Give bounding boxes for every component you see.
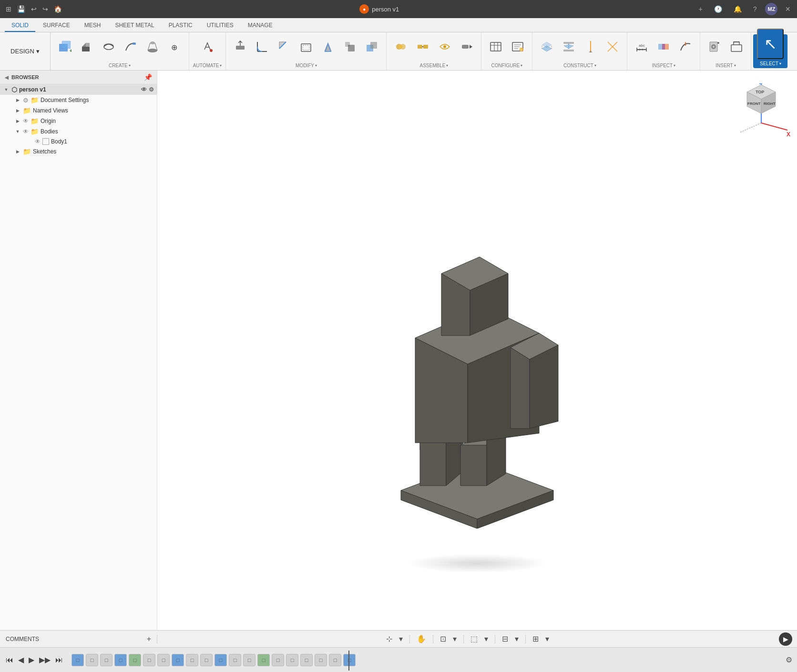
timeline-prev-btn[interactable]: ◀ <box>17 654 25 665</box>
create-new-body-btn[interactable]: + <box>54 35 75 60</box>
configure-rules-btn[interactable]: ! <box>507 35 528 60</box>
redo-btn[interactable]: ↪ <box>41 4 49 14</box>
construct-offset-plane-btn[interactable] <box>536 35 557 60</box>
create-sweep-btn[interactable] <box>120 35 141 60</box>
grid-display-btn[interactable]: ⊹ <box>384 633 394 644</box>
assemble-rigid-btn[interactable] <box>412 35 433 60</box>
timeline-item-1[interactable]: □ <box>72 654 84 666</box>
close-btn[interactable]: × <box>783 4 792 14</box>
bell-btn[interactable]: 🔔 <box>731 4 745 14</box>
help-btn[interactable]: ? <box>750 4 760 14</box>
create-revolve-btn[interactable] <box>98 35 119 60</box>
create-extrude-btn[interactable] <box>76 35 97 60</box>
modify-combine-btn[interactable] <box>361 35 382 60</box>
grid-menu-btn[interactable]: ⊞ <box>5 4 12 14</box>
timeline-start-btn[interactable]: ⏮ <box>5 655 14 665</box>
modify-scale-btn[interactable] <box>339 35 360 60</box>
tree-item-body1[interactable]: ▶ 👁 Body1 <box>0 137 157 146</box>
insert-derive-btn[interactable] <box>726 35 747 60</box>
timeline-item-3[interactable]: □ <box>100 654 112 666</box>
clock-btn[interactable]: 🕐 <box>711 4 725 14</box>
bodies-eye-icon[interactable]: 👁 <box>23 128 29 135</box>
origin-arrow[interactable]: ▶ <box>14 119 21 123</box>
home-btn[interactable]: 🏠 <box>53 4 63 14</box>
environment-btn[interactable]: ⊟ <box>500 633 510 644</box>
zoom-fit-btn[interactable]: ⊡ <box>438 633 448 644</box>
timeline-item-10[interactable]: □ <box>200 654 213 666</box>
construct-axis-btn[interactable] <box>580 35 601 60</box>
modify-draft-btn[interactable] <box>317 35 338 60</box>
tree-root-item[interactable]: ▼ ⬡ person v1 👁 ⚙ <box>0 84 157 95</box>
tree-item-origin[interactable]: ▶ 👁 📁 Origin <box>0 116 157 126</box>
tree-item-named-views[interactable]: ▶ 📁 Named Views <box>0 105 157 116</box>
modify-chamfer-btn[interactable] <box>274 35 295 60</box>
root-eye-icon[interactable]: 👁 <box>141 86 147 93</box>
tree-item-doc-settings[interactable]: ▶ ⚙ 📁 Document Settings <box>0 95 157 105</box>
origin-eye-icon[interactable]: 👁 <box>23 118 29 124</box>
grid-snap-display-btn[interactable]: ⊞ <box>531 633 541 644</box>
tab-utilities[interactable]: UTILITIES <box>200 20 240 32</box>
doc-settings-arrow[interactable]: ▶ <box>14 98 21 102</box>
user-avatar[interactable]: MZ <box>765 3 777 15</box>
timeline-item-7[interactable]: □ <box>157 654 170 666</box>
construct-point-btn[interactable] <box>602 35 623 60</box>
design-menu-btn[interactable]: DESIGN ▾ <box>4 45 46 58</box>
assemble-drive-btn[interactable] <box>456 35 477 60</box>
timeline-end-btn[interactable]: ⏭ <box>54 655 64 665</box>
timeline-item-15[interactable]: □ <box>272 654 284 666</box>
tab-plastic[interactable]: PLASTIC <box>162 20 199 32</box>
timeline-item-17[interactable]: □ <box>300 654 313 666</box>
timeline-item-4[interactable]: □ <box>114 654 127 666</box>
timeline-item-2[interactable]: □ <box>86 654 98 666</box>
file-btn[interactable]: 💾 <box>16 4 26 14</box>
timeline-item-19[interactable]: □ <box>329 654 341 666</box>
body1-eye-icon[interactable]: 👁 <box>35 138 41 145</box>
comments-add-btn[interactable]: + <box>147 635 151 643</box>
tab-solid[interactable]: SOLID <box>5 20 35 32</box>
root-settings-icon[interactable]: ⚙ <box>149 86 154 93</box>
timeline-item-11[interactable]: □ <box>215 654 227 666</box>
tab-sheet-metal[interactable]: SHEET METAL <box>108 20 161 32</box>
timeline-item-6[interactable]: □ <box>143 654 155 666</box>
tree-item-bodies[interactable]: ▼ 👁 📁 Bodies <box>0 126 157 137</box>
timeline-item-8[interactable]: □ <box>172 654 184 666</box>
bodies-arrow[interactable]: ▼ <box>14 129 21 134</box>
display-options-btn[interactable]: ▾ <box>482 633 490 644</box>
orbit-btn[interactable]: ✋ <box>415 633 428 644</box>
display-mode-btn[interactable]: ⬚ <box>469 633 480 644</box>
inspect-measure-btn[interactable]: abc <box>631 35 652 60</box>
inspect-curvature-btn[interactable] <box>675 35 696 60</box>
tab-surface[interactable]: SURFACE <box>36 20 77 32</box>
timeline-settings-btn[interactable]: ⚙ <box>786 655 792 664</box>
browser-pin-btn[interactable]: 📌 <box>144 73 152 81</box>
create-more-btn[interactable]: ⊕ <box>164 35 185 60</box>
undo-btn[interactable]: ↩ <box>30 4 38 14</box>
modify-fillet-btn[interactable] <box>252 35 273 60</box>
inspect-interference-btn[interactable] <box>653 35 674 60</box>
timeline-item-14[interactable]: □ <box>257 654 270 666</box>
timeline-item-13[interactable]: □ <box>243 654 255 666</box>
zoom-options-btn[interactable]: ▾ <box>451 633 459 644</box>
timeline-play-btn[interactable]: ▶ <box>28 654 35 665</box>
tree-item-sketches[interactable]: ▶ 📁 Sketches <box>0 146 157 157</box>
grid-snap-display-options-btn[interactable]: ▾ <box>543 633 551 644</box>
automate-btn[interactable] <box>197 35 218 60</box>
timeline-item-16[interactable]: □ <box>286 654 298 666</box>
assemble-joint-btn[interactable] <box>390 35 411 60</box>
sketches-arrow[interactable]: ▶ <box>14 149 21 154</box>
grid-snap-btn[interactable]: ▾ <box>397 633 405 644</box>
timeline-item-18[interactable]: □ <box>315 654 327 666</box>
timeline-item-9[interactable]: □ <box>186 654 198 666</box>
timeline-item-20[interactable]: □ <box>343 654 356 666</box>
add-tab-btn[interactable]: + <box>696 4 705 14</box>
tab-manage[interactable]: MANAGE <box>241 20 279 32</box>
named-views-arrow[interactable]: ▶ <box>14 108 21 113</box>
timeline-item-5[interactable]: □ <box>129 654 141 666</box>
configure-table-btn[interactable] <box>485 35 506 60</box>
modify-press-pull-btn[interactable] <box>230 35 251 60</box>
create-loft-btn[interactable] <box>142 35 163 60</box>
select-btn[interactable]: ↖ <box>757 29 784 59</box>
go-to-home-btn[interactable]: ▶ <box>779 632 792 646</box>
modify-shell-btn[interactable] <box>296 35 317 60</box>
timeline-next-btn[interactable]: ▶▶ <box>38 654 51 665</box>
